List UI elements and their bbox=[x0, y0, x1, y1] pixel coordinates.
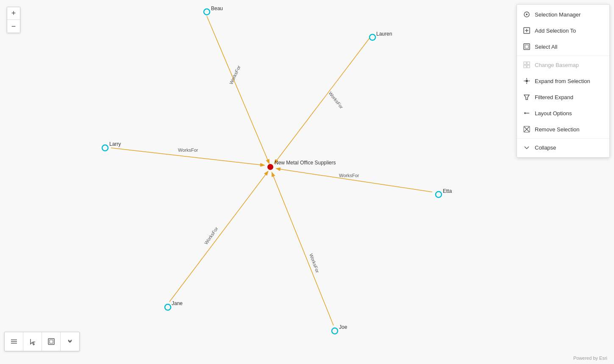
edge-beau bbox=[207, 16, 269, 163]
edge-joe bbox=[272, 173, 333, 325]
menu-label-expand-from-selection: Expand from Selection bbox=[535, 78, 590, 84]
menu-item-change-basemap: Change Basemap bbox=[517, 57, 609, 73]
selection-manager-icon bbox=[523, 11, 531, 18]
filtered-expand-icon bbox=[523, 93, 531, 101]
menu-item-expand-from-selection[interactable]: Expand from Selection bbox=[517, 73, 609, 89]
node-label-lauren: Lauren bbox=[376, 31, 392, 37]
node-label-jane: Jane bbox=[172, 300, 183, 306]
node-label-etta: Etta bbox=[443, 188, 452, 194]
pointer-button[interactable] bbox=[23, 332, 42, 351]
separator-2 bbox=[517, 138, 609, 139]
expand-from-selection-icon bbox=[523, 77, 531, 85]
edge-jane bbox=[169, 172, 268, 302]
add-selection-icon bbox=[523, 27, 531, 34]
zoom-in-button[interactable]: + bbox=[7, 7, 20, 20]
menu-item-add-selection-to[interactable]: Add Selection To bbox=[517, 22, 609, 39]
svg-rect-5 bbox=[524, 44, 530, 50]
edge-label-larry: WorksFor bbox=[178, 147, 198, 153]
menu-label-filtered-expand: Filtered Expand bbox=[535, 94, 573, 100]
menu-item-selection-manager[interactable]: Selection Manager bbox=[517, 6, 609, 22]
change-basemap-icon bbox=[523, 61, 531, 69]
node-label-center: New Metal Office Suppliers bbox=[275, 160, 336, 166]
node-jane[interactable] bbox=[165, 304, 171, 310]
node-lauren[interactable] bbox=[370, 34, 375, 40]
svg-point-11 bbox=[525, 80, 528, 82]
node-joe[interactable] bbox=[332, 328, 338, 334]
menu-label-select-all: Select All bbox=[535, 44, 557, 50]
node-larry[interactable] bbox=[102, 145, 108, 151]
menu-label-selection-manager: Selection Manager bbox=[535, 11, 581, 18]
edge-lauren bbox=[275, 38, 370, 163]
edge-label-etta: WorksFor bbox=[339, 173, 359, 178]
node-beau[interactable] bbox=[204, 9, 210, 15]
remove-selection-icon bbox=[523, 125, 531, 133]
edge-label-jane: WorksFor bbox=[203, 226, 219, 245]
menu-label-add-selection-to: Add Selection To bbox=[535, 28, 576, 34]
svg-rect-9 bbox=[524, 65, 526, 68]
svg-rect-6 bbox=[525, 45, 528, 48]
context-menu: Selection Manager Add Selection To Selec… bbox=[517, 4, 610, 158]
node-label-joe: Joe bbox=[339, 324, 347, 330]
powered-by-label: Powered by Esri bbox=[573, 356, 607, 361]
menu-item-remove-selection[interactable]: Remove Selection bbox=[517, 121, 609, 137]
zoom-controls: + − bbox=[7, 7, 20, 33]
node-etta[interactable] bbox=[436, 192, 442, 197]
menu-label-collapse: Collapse bbox=[535, 144, 556, 151]
edge-label-lauren: WorksFor bbox=[328, 91, 344, 110]
svg-point-1 bbox=[526, 14, 528, 15]
menu-item-collapse[interactable]: Collapse bbox=[517, 139, 609, 156]
svg-rect-25 bbox=[48, 339, 54, 345]
frame-button[interactable] bbox=[42, 332, 61, 351]
list-button[interactable] bbox=[5, 332, 23, 351]
menu-label-change-basemap: Change Basemap bbox=[535, 62, 579, 68]
edge-etta bbox=[277, 169, 432, 192]
select-all-icon bbox=[523, 43, 531, 50]
node-label-beau: Beau bbox=[211, 6, 223, 11]
bottom-toolbar bbox=[4, 332, 80, 351]
collapse-icon bbox=[523, 144, 531, 151]
zoom-out-button[interactable]: − bbox=[7, 20, 20, 33]
svg-rect-8 bbox=[527, 62, 530, 64]
more-button[interactable] bbox=[61, 332, 79, 351]
svg-rect-7 bbox=[524, 62, 526, 64]
edge-label-joe: WorksFor bbox=[308, 253, 320, 274]
svg-marker-16 bbox=[524, 95, 529, 100]
svg-rect-26 bbox=[50, 340, 53, 343]
menu-item-layout-options[interactable]: Layout Options bbox=[517, 105, 609, 121]
layout-options-icon bbox=[523, 109, 531, 117]
menu-item-select-all[interactable]: Select All bbox=[517, 39, 609, 55]
svg-point-17 bbox=[524, 112, 526, 114]
node-label-larry: Larry bbox=[109, 141, 121, 147]
menu-item-filtered-expand[interactable]: Filtered Expand bbox=[517, 89, 609, 105]
separator-1 bbox=[517, 56, 609, 56]
svg-rect-10 bbox=[527, 65, 530, 68]
node-center[interactable] bbox=[267, 164, 273, 170]
menu-label-layout-options: Layout Options bbox=[535, 110, 572, 117]
menu-label-remove-selection: Remove Selection bbox=[535, 126, 580, 133]
